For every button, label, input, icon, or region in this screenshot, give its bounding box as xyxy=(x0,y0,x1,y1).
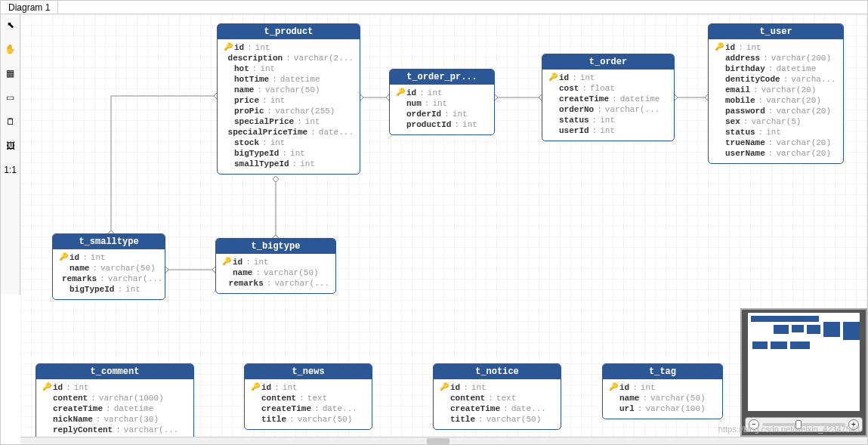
column-row: 🔑id: int xyxy=(548,73,668,83)
entity-t_smalltype[interactable]: t_smalltype🔑id: intname: varchar(50)rema… xyxy=(52,233,165,300)
column-row: content: text xyxy=(251,393,366,403)
column-name: replyContent xyxy=(53,425,113,435)
note-tool-icon[interactable]: 🗒 xyxy=(5,116,17,128)
column-name: id xyxy=(725,42,735,53)
primary-key-icon: 🔑 xyxy=(59,252,66,263)
column-row: name: varchar(50) xyxy=(59,263,159,273)
column-row: 🔑id: int xyxy=(609,382,716,393)
column-name: userId xyxy=(559,125,589,136)
image-tool-icon[interactable]: 🖼 xyxy=(5,140,17,152)
column-row: remarks: varchar(... xyxy=(59,273,159,284)
primary-key-icon: 🔑 xyxy=(396,88,403,98)
column-row: cost: float xyxy=(548,83,668,94)
column-name: hot xyxy=(234,63,249,74)
entity-t_order[interactable]: t_order🔑id: intcost: floatcreateTime: da… xyxy=(542,54,675,141)
column-type: varchar(... xyxy=(605,104,660,115)
primary-key-icon: 🔑 xyxy=(222,257,230,267)
column-type: int xyxy=(255,42,270,53)
column-name: sex xyxy=(725,116,740,127)
column-type: text xyxy=(496,393,516,403)
column-row: smallTypeId: int xyxy=(224,159,354,169)
column-name: proPic xyxy=(234,106,264,116)
column-row: nickName: varchar(30) xyxy=(42,414,187,425)
column-row: title: varchar(50) xyxy=(440,414,554,425)
primary-key-icon: 🔑 xyxy=(715,42,722,53)
column-row: hotTime: datetime xyxy=(224,74,354,85)
pointer-tool-icon[interactable]: ⬉ xyxy=(5,19,17,31)
column-type: datetime xyxy=(776,63,816,74)
entity-t_tag[interactable]: t_tag🔑id: intname: varchar(50)url: varch… xyxy=(602,363,723,419)
entity-title: t_bigtype xyxy=(216,239,335,254)
column-type: varchar(... xyxy=(124,425,179,435)
column-type: int xyxy=(260,63,275,74)
column-row: email: varchar(20) xyxy=(715,85,837,95)
column-type: date... xyxy=(319,127,354,138)
column-name: id xyxy=(53,382,63,393)
entity-title: t_order xyxy=(542,54,674,70)
zoom-out-button[interactable]: − xyxy=(749,419,759,430)
column-name: price xyxy=(234,95,259,106)
column-row: proPic: varchar(255) xyxy=(224,106,354,116)
column-name: id xyxy=(450,382,460,393)
column-type: int xyxy=(283,382,298,393)
table-tool-icon[interactable]: ▦ xyxy=(5,67,17,79)
column-row: orderId: int xyxy=(396,109,488,119)
entity-t_news[interactable]: t_news🔑id: intcontent: textcreateTime: d… xyxy=(244,363,372,430)
column-type: int xyxy=(462,119,477,130)
column-name: hotTime xyxy=(234,74,269,85)
column-row: url: varchar(100) xyxy=(609,403,716,414)
column-type: int xyxy=(270,95,286,106)
column-row: createTime: date... xyxy=(440,403,554,414)
column-name: orderNo xyxy=(559,104,594,115)
column-type: varchar(20) xyxy=(776,138,831,148)
entity-t_order_pr[interactable]: t_order_pr...🔑id: intnum: intorderId: in… xyxy=(389,69,495,135)
column-name: id xyxy=(261,382,271,393)
column-type: varchar(50) xyxy=(298,414,353,425)
horizontal-scrollbar[interactable] xyxy=(20,437,867,444)
column-row: specialPriceTime: date... xyxy=(224,127,354,138)
tab-diagram-1[interactable]: Diagram 1 xyxy=(1,1,58,14)
column-row: content: varchar(1000) xyxy=(42,393,187,403)
one-to-one-icon[interactable]: 1:1 xyxy=(5,164,17,176)
column-row: productId: int xyxy=(396,119,488,130)
column-type: date... xyxy=(511,403,546,414)
entity-t_bigtype[interactable]: t_bigtype🔑id: intname: varchar(50)remark… xyxy=(215,238,336,294)
region-tool-icon[interactable]: ▭ xyxy=(5,91,17,104)
column-row: name: varchar(50) xyxy=(222,267,329,278)
column-name: nickName xyxy=(53,414,93,425)
column-row: num: int xyxy=(396,98,488,109)
column-type: varchar(50) xyxy=(264,267,319,278)
column-type: int xyxy=(270,138,286,148)
column-type: int xyxy=(305,116,320,127)
column-type: int xyxy=(428,88,443,98)
column-name: createTime xyxy=(450,403,500,414)
primary-key-icon: 🔑 xyxy=(440,382,447,393)
column-row: sex: varchar(5) xyxy=(715,116,837,127)
minimap[interactable]: − + xyxy=(740,308,867,437)
column-row: dentityCode: varcha... xyxy=(715,74,837,85)
column-name: userName xyxy=(725,148,765,159)
entity-t_comment[interactable]: t_comment🔑id: intcontent: varchar(1000)c… xyxy=(36,363,194,437)
entity-t_notice[interactable]: t_notice🔑id: intcontent: textcreateTime:… xyxy=(433,363,561,430)
column-name: title xyxy=(450,414,475,425)
zoom-slider[interactable]: − + xyxy=(745,417,863,432)
column-row: createTime: date... xyxy=(251,403,366,414)
zoom-track[interactable] xyxy=(762,423,845,426)
column-type: datetime xyxy=(114,403,154,414)
column-row: remarks: varchar(... xyxy=(222,278,329,289)
column-row: orderNo: varchar(... xyxy=(548,104,668,115)
column-type: varchar(2... xyxy=(294,53,354,63)
primary-key-icon: 🔑 xyxy=(609,382,616,393)
column-name: specialPrice xyxy=(234,116,294,127)
column-row: name: varchar(50) xyxy=(609,393,716,403)
column-name: productId xyxy=(406,119,451,130)
column-name: remarks xyxy=(62,273,97,284)
zoom-in-button[interactable]: + xyxy=(848,419,859,430)
column-row: address: varchar(200) xyxy=(715,53,837,63)
column-row: 🔑id: int xyxy=(224,42,354,53)
entity-t_product[interactable]: t_product🔑id: intdescription: varchar(2.… xyxy=(217,23,360,175)
entity-t_user[interactable]: t_user🔑id: intaddress: varchar(200)birth… xyxy=(708,23,844,164)
hand-tool-icon[interactable]: ✋ xyxy=(5,43,17,55)
column-row: replyContent: varchar(... xyxy=(42,425,187,435)
column-name: cost xyxy=(559,83,579,94)
